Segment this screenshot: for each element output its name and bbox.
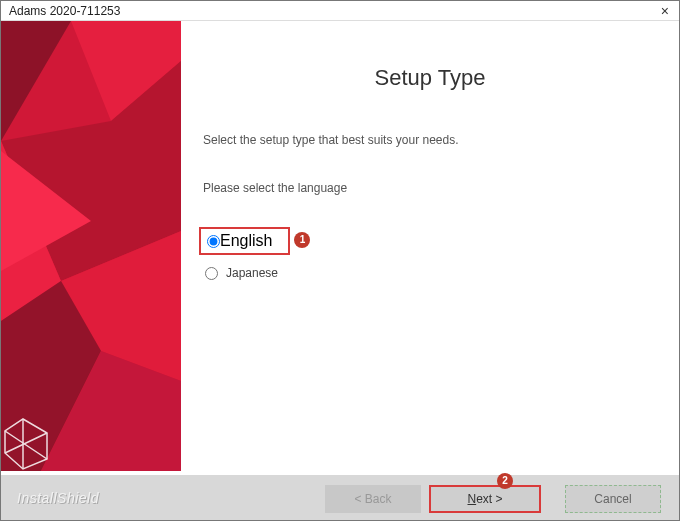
footer-brand: InstallShield [17, 490, 99, 506]
next-button[interactable]: Next > [429, 485, 541, 513]
window-title: Adams 2020-711253 [9, 4, 120, 18]
back-button[interactable]: < Back [325, 485, 421, 513]
annotation-badge-1: 1 [294, 232, 310, 248]
language-options: English 1 Japanese [199, 227, 679, 283]
cancel-button[interactable]: Cancel [565, 485, 661, 513]
button-group: < Back Next > 2 Cancel [325, 485, 661, 513]
titlebar: Adams 2020-711253 × [1, 1, 679, 21]
page-description: Select the setup type that best suits yo… [203, 133, 679, 147]
footer-bar: InstallShield < Back Next > 2 Cancel [1, 475, 679, 520]
installer-window: Adams 2020-711253 × [0, 0, 680, 521]
sidebar-graphic [1, 21, 181, 475]
sidebar-svg [1, 21, 181, 471]
radio-english[interactable] [207, 235, 220, 248]
page-title: Setup Type [181, 65, 679, 91]
option-japanese[interactable]: Japanese [199, 263, 679, 283]
content-panel: Setup Type Select the setup type that be… [181, 21, 679, 475]
option-english-highlight: English 1 [199, 227, 290, 255]
close-icon[interactable]: × [657, 3, 673, 19]
language-prompt: Please select the language [203, 181, 679, 195]
radio-english-label: English [220, 232, 272, 250]
next-button-underline: N [467, 492, 476, 506]
next-button-rest: ext > [476, 492, 502, 506]
radio-japanese-label: Japanese [226, 266, 278, 280]
radio-japanese[interactable] [205, 267, 218, 280]
window-body: Setup Type Select the setup type that be… [1, 21, 679, 475]
